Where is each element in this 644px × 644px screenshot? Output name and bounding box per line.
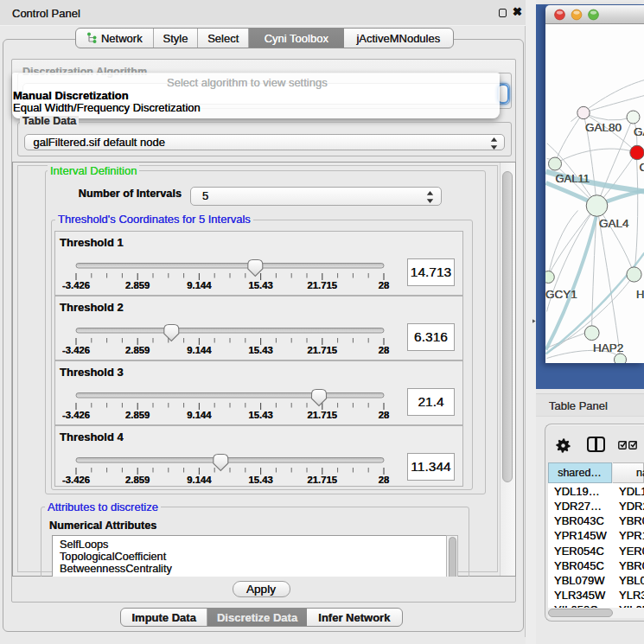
svg-text:2.859: 2.859 <box>125 475 150 485</box>
svg-text:15.43: 15.43 <box>248 475 272 485</box>
svg-text:9.144: 9.144 <box>187 410 212 420</box>
svg-text:H: H <box>636 287 644 300</box>
svg-text:15.43: 15.43 <box>248 280 272 290</box>
svg-text:28: 28 <box>379 410 390 420</box>
svg-text:GCY1: GCY1 <box>545 288 577 301</box>
svg-text:-3.426: -3.426 <box>62 410 90 420</box>
svg-text:15.43: 15.43 <box>248 345 272 355</box>
svg-text:-3.426: -3.426 <box>62 345 90 355</box>
svg-text:21.715: 21.715 <box>308 475 338 485</box>
svg-text:2.859: 2.859 <box>125 345 150 355</box>
svg-text:2.859: 2.859 <box>125 280 150 290</box>
svg-text:GAL11: GAL11 <box>555 172 590 185</box>
svg-text:-3.426: -3.426 <box>62 475 90 485</box>
svg-text:HAP2: HAP2 <box>593 341 623 354</box>
svg-text:28: 28 <box>379 475 390 485</box>
svg-text:21.715: 21.715 <box>308 410 338 420</box>
svg-text:28: 28 <box>379 345 390 355</box>
svg-text:-3.426: -3.426 <box>62 280 90 290</box>
svg-text:9.144: 9.144 <box>187 345 212 355</box>
svg-text:C: C <box>639 160 644 173</box>
svg-text:21.715: 21.715 <box>308 345 338 355</box>
svg-text:21.715: 21.715 <box>308 280 338 290</box>
svg-text:GAL80: GAL80 <box>585 120 622 133</box>
svg-text:2.859: 2.859 <box>125 410 150 420</box>
svg-text:9.144: 9.144 <box>187 475 212 485</box>
svg-text:15.43: 15.43 <box>248 410 272 420</box>
svg-text:GA: GA <box>634 125 644 138</box>
svg-text:GAL4: GAL4 <box>599 217 629 230</box>
svg-text:28: 28 <box>379 280 390 290</box>
svg-text:9.144: 9.144 <box>187 280 212 290</box>
